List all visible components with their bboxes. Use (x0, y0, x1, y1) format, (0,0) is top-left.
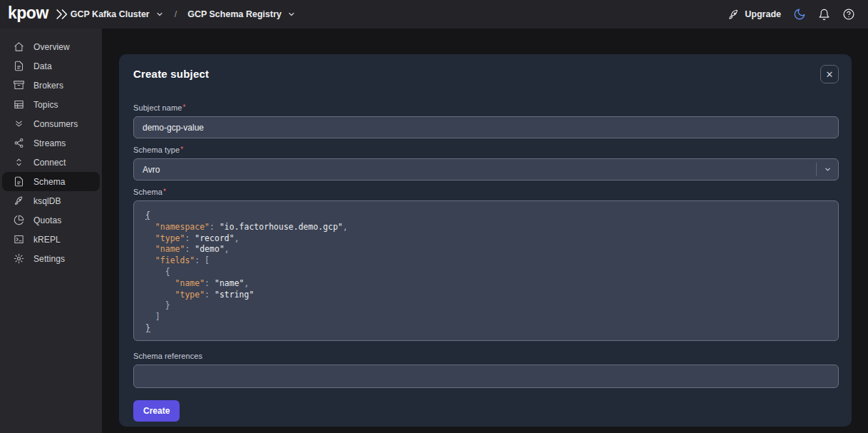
sidebar-item-consumers[interactable]: Consumers (2, 114, 100, 133)
sidebar-item-krepl[interactable]: kREPL (2, 230, 100, 249)
pie-icon (13, 215, 24, 226)
sidebar-item-label: kREPL (33, 235, 61, 245)
chevron-down-icon (155, 10, 164, 19)
sidebar-item-settings[interactable]: Settings (2, 249, 100, 268)
sidebar-item-label: Topics (33, 100, 58, 110)
sidebar-item-label: Connect (33, 158, 66, 168)
code-line: "type": "string" (145, 290, 827, 301)
breadcrumb-separator: / (175, 9, 177, 19)
required-asterisk: * (163, 188, 166, 195)
sidebar-item-label: Data (33, 61, 52, 71)
bell-icon[interactable] (818, 9, 830, 21)
sidebar-item-ksqldb[interactable]: ksqlDB (2, 191, 100, 210)
sidebar-item-brokers[interactable]: Brokers (2, 76, 100, 95)
cluster-selector-label: GCP Kafka Cluster (71, 9, 150, 19)
sidebar-item-connect[interactable]: Connect (2, 153, 100, 172)
home-icon (13, 41, 24, 53)
kpow-logo[interactable]: kpow (8, 5, 71, 24)
registry-selector-label: GCP Schema Registry (187, 9, 281, 19)
schema-editor[interactable]: { "namespace": "io.factorhouse.demo.gcp"… (133, 200, 839, 341)
code-line: } (145, 323, 827, 335)
sidebar: Overview Data Brokers Topics Consumers S… (0, 29, 102, 433)
required-asterisk: * (182, 103, 185, 111)
topbar: kpow GCP Kafka Cluster / GCP Schema Regi… (0, 0, 868, 29)
registry-selector[interactable]: GCP Schema Registry (187, 9, 296, 19)
unfold-icon (13, 157, 24, 168)
sidebar-item-schema[interactable]: Schema (2, 172, 100, 191)
file-icon (13, 61, 24, 72)
help-circle-icon[interactable] (842, 8, 855, 21)
sidebar-item-label: Schema (33, 177, 66, 187)
close-button[interactable]: ✕ (820, 65, 839, 83)
rocket-icon (728, 9, 740, 21)
file-icon (13, 176, 24, 188)
gear-icon (13, 253, 24, 265)
sidebar-item-label: Quotas (33, 215, 61, 225)
sidebar-item-topics[interactable]: Topics (2, 95, 100, 114)
sidebar-item-overview[interactable]: Overview (2, 37, 100, 56)
table-icon (13, 99, 24, 111)
schema-references-label: Schema references (133, 352, 839, 360)
double-chevron-right-icon (53, 6, 71, 22)
sidebar-item-label: Overview (33, 42, 70, 52)
schema-type-select[interactable]: Avro (133, 158, 839, 180)
schema-type-selected-value: Avro (134, 165, 816, 175)
schema-label: Schema* (133, 188, 839, 196)
sidebar-item-label: Settings (33, 254, 65, 264)
code-line: "fields": [ (145, 255, 827, 267)
drawer-icon (13, 80, 24, 91)
upgrade-button[interactable]: Upgrade (728, 9, 781, 21)
code-line: { (145, 267, 827, 278)
cluster-selector[interactable]: GCP Kafka Cluster (71, 9, 164, 19)
sidebar-item-label: Streams (33, 138, 66, 148)
code-line: "type": "record", (145, 233, 827, 245)
code-line: } (145, 300, 827, 312)
code-line: "name": "demo", (145, 244, 827, 255)
kpow-logo-text: kpow (8, 5, 48, 24)
schema-type-label: Schema type* (133, 146, 839, 154)
page-title: Create subject (133, 68, 839, 80)
create-button[interactable]: Create (133, 400, 180, 422)
sidebar-item-streams[interactable]: Streams (2, 133, 100, 153)
upgrade-label: Upgrade (745, 9, 781, 19)
sidebar-item-quotas[interactable]: Quotas (2, 210, 100, 230)
sidebar-item-data[interactable]: Data (2, 56, 100, 76)
rocket-icon (13, 195, 24, 207)
code-line: { (145, 210, 827, 222)
moon-icon[interactable] (793, 8, 806, 21)
terminal-icon (13, 234, 24, 245)
chevron-down-icon (816, 163, 838, 176)
share-icon (13, 138, 24, 149)
chevrons-icon (13, 118, 24, 130)
code-line: "name": "name", (145, 278, 827, 290)
sidebar-item-label: Consumers (33, 119, 78, 129)
main-content: Create subject ✕ Subject name* Schema ty… (102, 29, 868, 433)
schema-references-input[interactable] (133, 365, 839, 388)
subject-name-input[interactable] (133, 116, 839, 138)
create-subject-panel: Create subject ✕ Subject name* Schema ty… (119, 54, 852, 427)
subject-name-label: Subject name* (133, 103, 839, 112)
sidebar-item-label: ksqlDB (33, 196, 61, 206)
required-asterisk: * (180, 146, 183, 153)
sidebar-item-label: Brokers (33, 81, 63, 91)
code-line: "namespace": "io.factorhouse.demo.gcp", (145, 222, 827, 233)
code-line: ] (145, 312, 827, 323)
chevron-down-icon (287, 10, 296, 19)
